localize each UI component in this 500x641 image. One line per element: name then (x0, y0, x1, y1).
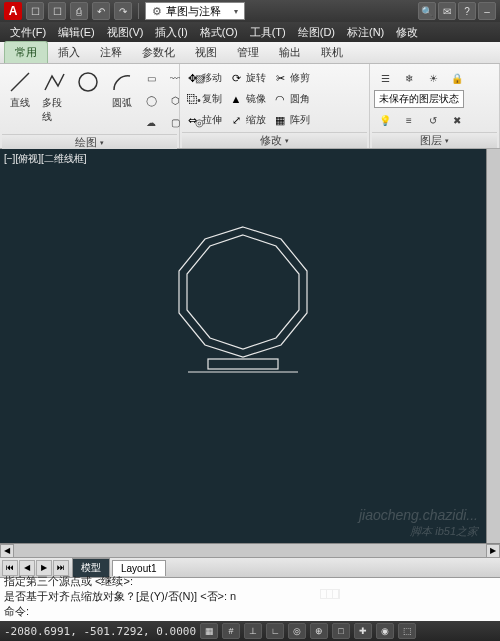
layer-prop-icon[interactable]: ☰ (374, 68, 396, 88)
otrack-toggle-icon[interactable]: ⊕ (310, 623, 328, 639)
rotate-button[interactable]: 旋转 (246, 71, 266, 85)
menu-modify[interactable]: 修改 (390, 25, 424, 40)
layer-del-icon[interactable]: ✖ (446, 110, 468, 130)
menu-insert[interactable]: 插入(I) (149, 25, 193, 40)
menu-draw[interactable]: 绘图(D) (292, 25, 341, 40)
cmd-history-line2: 是否基于对齐点缩放对象？[是(Y)/否(N)] <否>: n (4, 589, 496, 604)
ducs-toggle-icon[interactable]: □ (332, 623, 350, 639)
qat-redo-icon[interactable]: ↷ (114, 2, 132, 20)
panel-layers: ☰ ❄ ☀ 🔒 未保存的图层状态 💡 ≡ ↺ ✖ 图层▾ (370, 64, 500, 148)
gear-icon: ⚙ (152, 5, 162, 18)
revcloud-icon[interactable]: ☁ (140, 112, 162, 132)
view-controls-label[interactable]: [−][俯视][二维线框] (4, 152, 87, 166)
grid-toggle-icon[interactable]: ▦ (200, 623, 218, 639)
tab-manage[interactable]: 管理 (227, 42, 269, 63)
svg-rect-4 (208, 359, 278, 369)
stretch-button[interactable]: 拉伸 (202, 113, 222, 127)
tab-view[interactable]: 视图 (185, 42, 227, 63)
menu-tools[interactable]: 工具(T) (244, 25, 292, 40)
rect-icon[interactable]: ▭ (140, 68, 162, 88)
drawing-canvas[interactable]: [−][俯视][二维线框] jiaocheng.chazidi... 脚本 ib… (0, 149, 486, 543)
fillet-button[interactable]: 圆角 (290, 92, 310, 106)
copy-button[interactable]: 复制 (202, 92, 222, 106)
panel-draw-title[interactable]: 绘图▾ (2, 134, 177, 150)
command-window[interactable]: 指定第三个源点或 <继续>: 是否基于对齐点缩放对象？[是(Y)/否(N)] <… (0, 577, 500, 621)
polar-toggle-icon[interactable]: ∟ (266, 623, 284, 639)
panel-modify-title[interactable]: 修改▾ (182, 132, 367, 148)
horizontal-scrollbar[interactable]: ◀ ▶ (0, 543, 500, 557)
title-bar: A ☐ ☐ ⎙ ↶ ↷ ⚙ 草图与注释 ▾ 🔍 ✉ ? – (0, 0, 500, 22)
workspace-label: 草图与注释 (166, 4, 221, 19)
panel-draw: 直线 多段线 圆弧 ▭ 〰 ▨ ◯ ⬡ • ☁ ▢ (0, 64, 180, 148)
qat-undo-icon[interactable]: ↶ (92, 2, 110, 20)
chevron-down-icon: ▾ (445, 137, 449, 145)
snap-toggle-icon[interactable]: # (222, 623, 240, 639)
ribbon: 直线 多段线 圆弧 ▭ 〰 ▨ ◯ ⬡ • ☁ ▢ (0, 64, 500, 149)
tab-annotate[interactable]: 注释 (90, 42, 132, 63)
ellipse-icon[interactable]: ◯ (140, 90, 162, 110)
tab-home[interactable]: 常用 (4, 41, 48, 63)
scale-button[interactable]: 缩放 (246, 113, 266, 127)
watermark-2: 脚本 ib51之家 (410, 524, 478, 539)
menu-dim[interactable]: 标注(N) (341, 25, 390, 40)
layer-match-icon[interactable]: ≡ (398, 110, 420, 130)
panel-layers-title[interactable]: 图层▾ (372, 132, 497, 148)
move-icon: ✥ (184, 70, 200, 86)
minimize-icon[interactable]: – (478, 2, 496, 20)
array-icon: ▦ (272, 112, 288, 128)
qat-save-icon[interactable]: ⎙ (70, 2, 88, 20)
qat-open-icon[interactable]: ☐ (48, 2, 66, 20)
menu-view[interactable]: 视图(V) (101, 25, 150, 40)
menu-bar: 文件(F) 编辑(E) 视图(V) 插入(I) 格式(O) 工具(T) 绘图(D… (0, 22, 500, 42)
search-icon[interactable]: 🔍 (418, 2, 436, 20)
layer-lock-icon[interactable]: 🔒 (446, 68, 468, 88)
menu-file[interactable]: 文件(F) (4, 25, 52, 40)
help-icon[interactable]: ? (458, 2, 476, 20)
exchange-icon[interactable]: ✉ (438, 2, 456, 20)
layer-state-dropdown[interactable]: 未保存的图层状态 (374, 90, 464, 108)
scale-icon: ⤢ (228, 112, 244, 128)
mirror-button[interactable]: 镜像 (246, 92, 266, 106)
dyn-toggle-icon[interactable]: ✚ (354, 623, 372, 639)
arc-button[interactable]: 圆弧 (106, 68, 138, 112)
panel-draw-title-text: 绘图 (75, 135, 97, 150)
polyline-icon (42, 70, 66, 94)
qat-new-icon[interactable]: ☐ (26, 2, 44, 20)
stretch-icon: ⇔ (184, 112, 200, 128)
app-icon[interactable]: A (4, 2, 22, 20)
fillet-icon: ◠ (272, 91, 288, 107)
qp-toggle-icon[interactable]: ⬚ (398, 623, 416, 639)
array-button[interactable]: 阵列 (290, 113, 310, 127)
tab-parametric[interactable]: 参数化 (132, 42, 185, 63)
polyline-button[interactable]: 多段线 (38, 68, 70, 126)
menu-format[interactable]: 格式(O) (194, 25, 244, 40)
menu-edit[interactable]: 编辑(E) (52, 25, 101, 40)
layer-iso-icon[interactable]: ❄ (398, 68, 420, 88)
lwt-toggle-icon[interactable]: ◉ (376, 623, 394, 639)
circle-button[interactable] (72, 68, 104, 109)
line-button[interactable]: 直线 (4, 68, 36, 112)
move-button[interactable]: 移动 (202, 71, 222, 85)
svg-marker-2 (179, 227, 307, 357)
layer-off-icon[interactable]: 💡 (374, 110, 396, 130)
tab-output[interactable]: 输出 (269, 42, 311, 63)
tab-online[interactable]: 联机 (311, 42, 353, 63)
osnap-toggle-icon[interactable]: ◎ (288, 623, 306, 639)
arc-icon (110, 70, 134, 94)
line-label: 直线 (10, 96, 30, 110)
workspace-dropdown[interactable]: ⚙ 草图与注释 ▾ (145, 2, 245, 20)
layer-freeze-icon[interactable]: ☀ (422, 68, 444, 88)
vertical-scrollbar[interactable] (486, 149, 500, 543)
scroll-left-icon[interactable]: ◀ (0, 544, 14, 558)
tab-insert[interactable]: 插入 (48, 42, 90, 63)
chevron-down-icon: ▾ (285, 137, 289, 145)
pickbox-cursor-icon (320, 589, 340, 599)
trim-button[interactable]: 修剪 (290, 71, 310, 85)
mirror-icon: ▲ (228, 91, 244, 107)
svg-marker-3 (187, 235, 299, 349)
layer-prev-icon[interactable]: ↺ (422, 110, 444, 130)
panel-modify-title-text: 修改 (260, 133, 282, 148)
ortho-toggle-icon[interactable]: ⊥ (244, 623, 262, 639)
polyline-label: 多段线 (42, 96, 66, 124)
scroll-right-icon[interactable]: ▶ (486, 544, 500, 558)
